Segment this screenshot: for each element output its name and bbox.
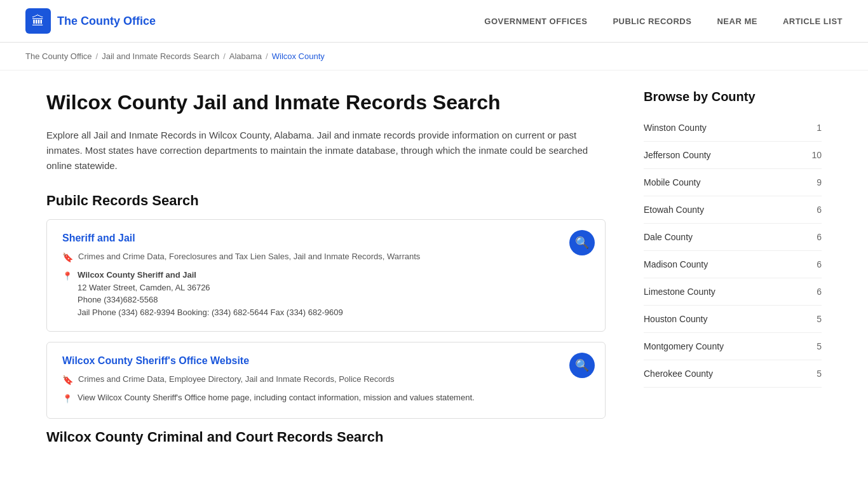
county-count-8: 5 — [817, 341, 822, 351]
header: 🏛 The County Office GOVERNMENT OFFICESPU… — [0, 0, 868, 43]
logo-icon: 🏛 — [25, 8, 51, 34]
county-name-1: Jefferson County — [644, 150, 711, 160]
county-name-7: Houston County — [644, 314, 707, 324]
breadcrumb-link[interactable]: Jail and Inmate Records Search — [102, 51, 219, 61]
logo-link[interactable]: 🏛 The County Office — [25, 8, 156, 34]
breadcrumb-link[interactable]: The County Office — [25, 51, 92, 61]
county-name-3: Etowah County — [644, 205, 704, 215]
breadcrumb-separator: / — [266, 51, 268, 61]
county-count-3: 6 — [817, 205, 822, 215]
sidebar-title: Browse by County — [644, 90, 822, 104]
county-item-1[interactable]: Jefferson County10 — [644, 142, 822, 169]
card-search-button-0[interactable]: 🔍 — [569, 230, 595, 255]
breadcrumb-current: Wilcox County — [272, 51, 325, 61]
public-records-section-title: Pubilc Records Search — [46, 193, 606, 209]
main-nav: GOVERNMENT OFFICESPUBLIC RECORDSNEAR MEA… — [484, 17, 843, 26]
tag-icon-1: 🔖 — [62, 375, 73, 385]
nav-item-public-records[interactable]: PUBLIC RECORDS — [613, 17, 691, 26]
county-count-1: 10 — [811, 150, 822, 160]
logo-text: The County Office — [57, 15, 156, 28]
breadcrumb-link[interactable]: Alabama — [229, 51, 262, 61]
breadcrumb-separator: / — [96, 51, 98, 61]
county-item-3[interactable]: Etowah County6 — [644, 196, 822, 224]
county-list: Winston County1Jefferson County10Mobile … — [644, 114, 822, 388]
card-title-1[interactable]: Wilcox County Sheriff's Office Website — [62, 355, 590, 367]
county-count-9: 5 — [817, 369, 822, 379]
county-name-9: Cherokee County — [644, 369, 713, 379]
county-item-2[interactable]: Mobile County9 — [644, 169, 822, 196]
detail-icon-1: 📍 — [62, 393, 72, 405]
county-item-8[interactable]: Montgomery County5 — [644, 333, 822, 360]
county-count-6: 6 — [817, 287, 822, 297]
cards-container: Sheriff and Jail🔍🔖Crimes and Crime Data,… — [46, 219, 606, 419]
card-tags-0: 🔖Crimes and Crime Data, Foreclosures and… — [62, 252, 590, 262]
card-detail-1: 📍View Wilcox County Sheriff's Office hom… — [62, 391, 590, 405]
county-count-0: 1 — [817, 123, 822, 133]
nav-item-article-list[interactable]: ARTICLE LIST — [783, 17, 843, 26]
county-count-7: 5 — [817, 314, 822, 324]
county-item-5[interactable]: Madison County6 — [644, 251, 822, 278]
card-title-0[interactable]: Sheriff and Jail — [62, 233, 590, 244]
page-description: Explore all Jail and Inmate Records in W… — [46, 128, 606, 173]
county-count-5: 6 — [817, 259, 822, 269]
card-1: Wilcox County Sheriff's Office Website🔍🔖… — [46, 342, 606, 419]
county-name-6: Limestone County — [644, 287, 715, 297]
county-item-7[interactable]: Houston County5 — [644, 306, 822, 333]
county-name-2: Mobile County — [644, 177, 701, 187]
county-count-4: 6 — [817, 232, 822, 242]
card-0: Sheriff and Jail🔍🔖Crimes and Crime Data,… — [46, 219, 606, 332]
card-tags-1: 🔖Crimes and Crime Data, Employee Directo… — [62, 374, 590, 385]
county-name-0: Winston County — [644, 123, 707, 133]
bottom-section-title: Wilcox County Criminal and Court Records… — [46, 429, 606, 445]
page-title: Wilcox County Jail and Inmate Records Se… — [46, 90, 606, 115]
sidebar: Browse by County Winston County1Jefferso… — [644, 90, 822, 445]
card-detail-text-0: Wilcox County Sheriff and Jail12 Water S… — [78, 269, 343, 318]
main-layout: Wilcox County Jail and Inmate Records Se… — [21, 71, 847, 464]
card-detail-text-1: View Wilcox County Sheriff's Office home… — [78, 391, 475, 404]
tag-icon-0: 🔖 — [62, 252, 73, 262]
county-item-4[interactable]: Dale County6 — [644, 224, 822, 251]
county-item-9[interactable]: Cherokee County5 — [644, 360, 822, 388]
county-name-4: Dale County — [644, 232, 693, 242]
card-detail-0: 📍Wilcox County Sheriff and Jail12 Water … — [62, 269, 590, 318]
county-name-8: Montgomery County — [644, 341, 724, 351]
county-count-2: 9 — [817, 177, 822, 187]
county-item-6[interactable]: Limestone County6 — [644, 278, 822, 306]
breadcrumb-separator: / — [223, 51, 226, 61]
nav-item-near-me[interactable]: NEAR ME — [717, 17, 757, 26]
detail-icon-0: 📍 — [62, 270, 72, 283]
card-search-button-1[interactable]: 🔍 — [569, 353, 595, 378]
nav-item-government-offices[interactable]: GOVERNMENT OFFICES — [484, 17, 587, 26]
county-item-0[interactable]: Winston County1 — [644, 114, 822, 142]
card-tags-text-1: Crimes and Crime Data, Employee Director… — [78, 374, 395, 384]
card-tags-text-0: Crimes and Crime Data, Foreclosures and … — [78, 252, 420, 261]
county-name-5: Madison County — [644, 259, 708, 269]
breadcrumb: The County Office/Jail and Inmate Record… — [0, 43, 868, 71]
main-content: Wilcox County Jail and Inmate Records Se… — [46, 90, 606, 445]
